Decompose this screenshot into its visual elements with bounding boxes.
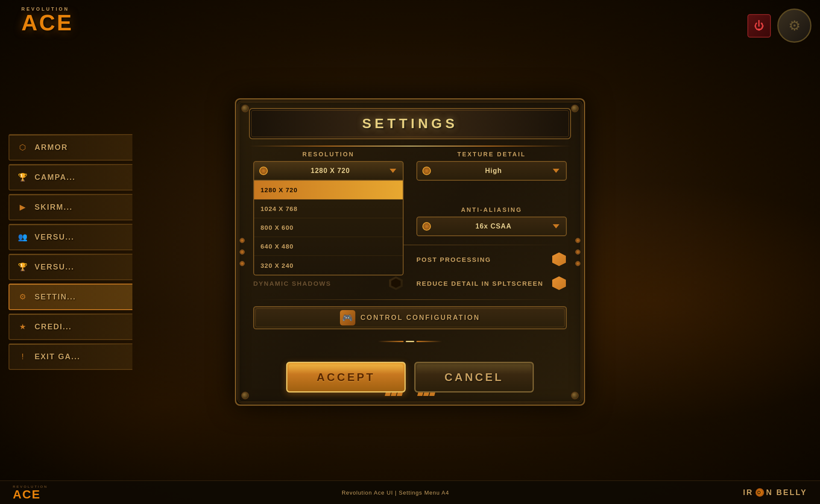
settings-title: SETTINGS — [267, 116, 553, 132]
left-side-deco — [240, 238, 245, 266]
dialog-buttons: ACCEPT CANCEL — [236, 357, 584, 403]
toggle-hex-active-icon — [552, 276, 566, 290]
option-text: 1024 X 768 — [261, 205, 298, 212]
anti-aliasing-dropdown[interactable]: 16x CSAA — [416, 217, 567, 236]
side-nub — [575, 238, 580, 243]
resolution-dropdown[interactable]: 1280 X 720 — [253, 161, 404, 181]
toggle-post-processing: POST PROCESSING — [416, 252, 567, 267]
dynamic-shadows-toggle[interactable] — [388, 275, 404, 291]
stripe-seg — [429, 393, 435, 396]
deco-line-center — [406, 341, 414, 342]
texture-column: TEXTURE DETAIL High ANTI-ALIASING 16x CS… — [416, 151, 567, 236]
anti-aliasing-label: ANTI-ALIASING — [416, 206, 567, 213]
settings-dialog: SETTINGS RESOLUTION 1280 X 720 — [235, 98, 585, 406]
post-processing-label: POST PROCESSING — [416, 256, 491, 263]
side-nub — [240, 238, 245, 243]
gamepad-icon: 🎮 — [340, 310, 355, 325]
cancel-button[interactable]: CANCEL — [414, 362, 534, 393]
resolution-dropdown-menu: 1280 X 720 1024 X 768 800 X 600 640 X 48… — [253, 181, 404, 275]
side-nub — [575, 249, 580, 255]
control-config-label: CONTROL CONFIGURATION — [360, 314, 480, 322]
deco-line-left — [378, 341, 404, 342]
toggle-hex-active-icon — [552, 252, 566, 266]
resolution-column: RESOLUTION 1280 X 720 1280 X 720 — [253, 151, 404, 236]
stripe-seg — [423, 393, 429, 396]
footer-logo: REVOLUTION ACE — [13, 485, 48, 501]
settings-row-dropdowns: RESOLUTION 1280 X 720 1280 X 720 — [253, 151, 567, 236]
stripe-seg — [417, 393, 423, 396]
texture-dropdown-container: High — [416, 161, 567, 181]
resolution-label: RESOLUTION — [253, 151, 404, 158]
screw-tl — [241, 105, 249, 112]
section-divider-2 — [253, 299, 567, 300]
resolution-value: 1280 X 720 — [271, 167, 390, 175]
option-text: 1280 X 720 — [261, 186, 298, 193]
reduce-detail-label: REDUCE DETAIL IN SPLTSCREEN — [416, 280, 543, 287]
screw-bl — [241, 392, 249, 399]
right-toggles: POST PROCESSING REDUCE DETAIL IN SPLTSCR… — [416, 252, 567, 291]
power-button[interactable]: ⏻ — [747, 14, 771, 38]
cancel-label: CANCEL — [445, 371, 504, 384]
brand-o: O — [756, 488, 764, 497]
texture-dropdown[interactable]: High — [416, 161, 567, 181]
side-nub — [240, 261, 245, 266]
toggle-dynamic-shadows: DYNAMIC SHADOWS — [253, 275, 404, 291]
stripe-seg — [391, 393, 397, 396]
top-logo: REVOLUTION ACE — [21, 6, 73, 34]
top-right-controls: ⏻ ⚙ — [747, 9, 811, 43]
stripe-left — [385, 393, 402, 396]
stripe-right — [418, 393, 435, 396]
bottom-decoration — [253, 338, 567, 345]
stripe-seg — [385, 393, 391, 396]
toggle-hex-disabled-icon — [389, 276, 403, 290]
logo-ace: ACE — [21, 12, 73, 34]
footer: REVOLUTION ACE Revolution Ace UI | Setti… — [0, 481, 820, 504]
resolution-option-640[interactable]: 640 X 480 — [254, 237, 403, 256]
texture-label: TEXTURE DETAIL — [416, 151, 567, 158]
screw-br — [571, 392, 579, 399]
texture-value: High — [434, 167, 553, 175]
resolution-option-320[interactable]: 320 X 240 — [254, 256, 403, 275]
resolution-option-800[interactable]: 800 X 600 — [254, 218, 403, 237]
dialog-overlay: SETTINGS RESOLUTION 1280 X 720 — [0, 0, 820, 504]
option-text: 640 X 480 — [261, 243, 293, 250]
dialog-content: RESOLUTION 1280 X 720 1280 X 720 — [236, 147, 584, 357]
gear-widget: ⚙ — [777, 9, 811, 43]
stripe-seg — [397, 393, 403, 396]
side-nub — [575, 261, 580, 266]
right-side-deco — [575, 238, 580, 266]
toggle-inner — [391, 278, 401, 288]
resolution-dropdown-container: 1280 X 720 1280 X 720 1024 X 768 — [253, 161, 404, 181]
option-text: 320 X 240 — [261, 262, 293, 269]
resolution-option-1280[interactable]: 1280 X 720 — [254, 181, 403, 199]
dropdown-arrow-icon — [553, 169, 559, 173]
settings-title-bar: SETTINGS — [249, 108, 571, 139]
screw-tr — [571, 105, 579, 112]
dropdown-arrow-icon — [390, 169, 396, 173]
toggle-reduce-detail: REDUCE DETAIL IN SPLTSCREEN — [416, 275, 567, 291]
stripe-gap — [406, 393, 414, 396]
anti-aliasing-section: ANTI-ALIASING 16x CSAA — [416, 206, 567, 236]
anti-aliasing-value: 16x CSAA — [434, 223, 553, 230]
brand-text-ir: IR — [743, 488, 753, 497]
resolution-option-1024[interactable]: 1024 X 768 — [254, 199, 403, 218]
footer-logo-ace: ACE — [13, 489, 48, 501]
accept-button[interactable]: ACCEPT — [286, 362, 406, 393]
footer-center-text: Revolution Ace UI | Settings Menu A4 — [342, 489, 449, 496]
brand-text-n: N BELLY — [766, 488, 807, 497]
deco-line-right — [416, 341, 442, 342]
footer-brand: IR O N BELLY — [743, 488, 807, 497]
accept-label: ACCEPT — [317, 371, 375, 384]
option-text: 800 X 600 — [261, 224, 293, 231]
reduce-detail-toggle[interactable] — [551, 275, 567, 291]
post-processing-toggle[interactable] — [551, 252, 567, 267]
control-config-button[interactable]: 🎮 CONTROL CONFIGURATION — [253, 306, 567, 329]
dynamic-shadows-label: DYNAMIC SHADOWS — [253, 280, 331, 287]
dropdown-arrow-icon — [553, 224, 559, 229]
side-nub — [240, 249, 245, 255]
bottom-stripe-deco — [385, 393, 435, 396]
